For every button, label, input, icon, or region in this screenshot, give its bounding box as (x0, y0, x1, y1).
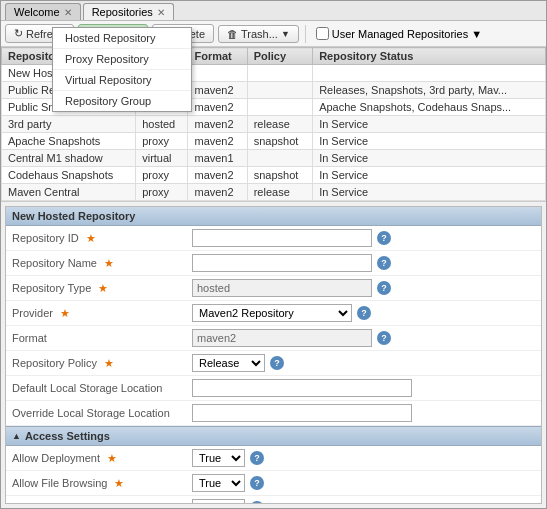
table-row[interactable]: Central M1 shadowvirtualmaven1In Service (2, 150, 546, 167)
label-provider: Provider ★ (6, 301, 186, 326)
required-star-2: ★ (104, 257, 114, 269)
table-cell-format: maven2 (188, 133, 247, 150)
col-header-status: Repository Status (313, 48, 546, 65)
table-cell-policy (247, 99, 312, 116)
table-cell-format: maven2 (188, 99, 247, 116)
table-row[interactable]: 3rd partyhostedmaven2releaseIn Service (2, 116, 546, 133)
table-cell-format: maven2 (188, 184, 247, 201)
table-cell-policy (247, 82, 312, 99)
table-cell-policy (247, 65, 312, 82)
table-cell-status: In Service (313, 116, 546, 133)
table-cell-status: In Service (313, 150, 546, 167)
input-cell-default-storage (186, 376, 541, 401)
format-help-icon[interactable]: ? (377, 331, 391, 345)
input-cell-include-search: True False ? (186, 496, 541, 505)
collapse-icon[interactable]: ▲ (12, 431, 21, 441)
table-cell-status: Releases, Snapshots, 3rd party, Mav... (313, 82, 546, 99)
tab-repositories-label: Repositories (92, 6, 153, 18)
access-settings-header[interactable]: ▲ Access Settings (6, 426, 541, 446)
dropdown-item-virtual[interactable]: Virtual Repository (53, 70, 191, 91)
allow-deployment-select[interactable]: True False (192, 449, 245, 467)
provider-select[interactable]: Maven2 Repository (192, 304, 352, 322)
tab-welcome[interactable]: Welcome ✕ (5, 3, 81, 20)
tab-repositories-close[interactable]: ✕ (157, 7, 165, 18)
required-star-8: ★ (104, 502, 114, 505)
table-row[interactable]: Maven Centralproxymaven2releaseIn Servic… (2, 184, 546, 201)
input-cell-policy: Release Snapshot ? (186, 351, 541, 376)
table-cell-type: proxy (136, 133, 188, 150)
table-cell-policy: release (247, 116, 312, 133)
main-area: Repository Type Format Policy Repository… (1, 47, 546, 508)
table-cell-format: maven2 (188, 82, 247, 99)
input-row-format: ? (192, 329, 535, 347)
override-storage-input[interactable] (192, 404, 412, 422)
include-search-help-icon[interactable]: ? (250, 501, 264, 504)
table-cell-status: In Service (313, 184, 546, 201)
allow-deployment-help-icon[interactable]: ? (250, 451, 264, 465)
required-star-5: ★ (104, 357, 114, 369)
label-policy: Repository Policy ★ (6, 351, 186, 376)
tab-repositories[interactable]: Repositories ✕ (83, 3, 174, 20)
input-cell-repo-name: ? (186, 251, 541, 276)
table-cell-repo: Maven Central (2, 184, 136, 201)
provider-help-icon[interactable]: ? (357, 306, 371, 320)
required-star-3: ★ (98, 282, 108, 294)
tab-welcome-close[interactable]: ✕ (64, 7, 72, 18)
policy-help-icon[interactable]: ? (270, 356, 284, 370)
repo-id-help-icon[interactable]: ? (377, 231, 391, 245)
input-row-policy: Release Snapshot ? (192, 354, 535, 372)
dropdown-item-hosted[interactable]: Hosted Repository (53, 28, 191, 49)
form-table: Repository ID ★ ? Repository Name ★ (6, 226, 541, 426)
table-cell-repo: 3rd party (2, 116, 136, 133)
label-override-storage: Override Local Storage Location (6, 401, 186, 426)
allow-browsing-help-icon[interactable]: ? (250, 476, 264, 490)
table-cell-policy: snapshot (247, 167, 312, 184)
table-cell-format: maven2 (188, 201, 247, 203)
table-row[interactable]: Releaseshostedmaven2releaseIn Service (2, 201, 546, 203)
repo-name-help-icon[interactable]: ? (377, 256, 391, 270)
dropdown-item-proxy[interactable]: Proxy Repository (53, 49, 191, 70)
label-allow-browsing: Allow File Browsing ★ (6, 471, 186, 496)
tab-welcome-label: Welcome (14, 6, 60, 18)
table-row[interactable]: Codehaus Snapshotsproxymaven2snapshotIn … (2, 167, 546, 184)
input-row-repo-id: ? (192, 229, 535, 247)
dropdown-item-group[interactable]: Repository Group (53, 91, 191, 111)
user-managed-check[interactable]: User Managed Repositories ▼ (316, 27, 482, 40)
user-managed-checkbox[interactable] (316, 27, 329, 40)
policy-select[interactable]: Release Snapshot (192, 354, 265, 372)
user-managed-arrow: ▼ (471, 28, 482, 40)
table-row[interactable]: Apache Snapshotsproxymaven2snapshotIn Se… (2, 133, 546, 150)
repo-name-input[interactable] (192, 254, 372, 272)
required-star-6: ★ (107, 452, 117, 464)
form-row-repo-type: Repository Type ★ ? (6, 276, 541, 301)
input-row-allow-deployment: True False ? (192, 449, 535, 467)
table-cell-status: Apache Snapshots, Codehaus Snaps... (313, 99, 546, 116)
table-cell-type: proxy (136, 167, 188, 184)
repo-type-help-icon[interactable]: ? (377, 281, 391, 295)
input-cell-format: ? (186, 326, 541, 351)
repo-type-input (192, 279, 372, 297)
table-cell-repo: Apache Snapshots (2, 133, 136, 150)
label-repo-name: Repository Name ★ (6, 251, 186, 276)
table-cell-policy (247, 150, 312, 167)
user-managed-label: User Managed Repositories (332, 28, 468, 40)
label-allow-deployment: Allow Deployment ★ (6, 446, 186, 471)
trash-button[interactable]: 🗑 Trash... ▼ (218, 25, 299, 43)
required-star: ★ (86, 232, 96, 244)
default-storage-input[interactable] (192, 379, 412, 397)
label-repo-type: Repository Type ★ (6, 276, 186, 301)
label-repo-id: Repository ID ★ (6, 226, 186, 251)
form-title: New Hosted Repository (12, 210, 135, 222)
table-cell-format: maven1 (188, 150, 247, 167)
form-row-override-storage: Override Local Storage Location (6, 401, 541, 426)
allow-browsing-select[interactable]: True False (192, 474, 245, 492)
repo-id-input[interactable] (192, 229, 372, 247)
include-search-select[interactable]: True False (192, 499, 245, 504)
input-row-repo-name: ? (192, 254, 535, 272)
form-row-provider: Provider ★ Maven2 Repository ? (6, 301, 541, 326)
form-row-policy: Repository Policy ★ Release Snapshot ? (6, 351, 541, 376)
table-cell-repo: Codehaus Snapshots (2, 167, 136, 184)
input-row-allow-browsing: True False ? (192, 474, 535, 492)
required-star-4: ★ (60, 307, 70, 319)
form-row-repo-id: Repository ID ★ ? (6, 226, 541, 251)
